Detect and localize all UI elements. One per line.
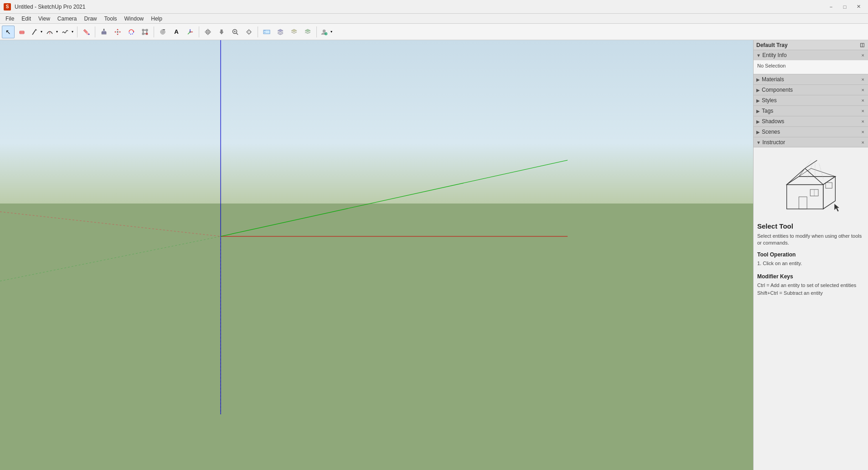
close-button[interactable]: ✕: [852, 2, 864, 11]
pencil-tool-group[interactable]: ▾: [29, 26, 44, 38]
zoom-extents-tool-button[interactable]: [243, 26, 255, 38]
freehand-tool-arrow[interactable]: ▾: [70, 26, 75, 38]
shadows-header-left: ▶ Shadows: [756, 118, 784, 125]
scenes-collapse-icon: ▶: [756, 130, 760, 135]
scenes-label: Scenes: [762, 129, 780, 135]
arc-tool-arrow[interactable]: ▾: [55, 26, 59, 38]
viewport[interactable]: [0, 40, 753, 470]
components-collapse-icon: ▶: [756, 88, 760, 93]
rotate-tool-button[interactable]: [125, 26, 138, 38]
materials-close[interactable]: ×: [861, 77, 865, 82]
scale-tool-button[interactable]: [139, 26, 151, 38]
tray-undock-button[interactable]: ◫: [859, 42, 865, 48]
pencil-tool-arrow[interactable]: ▾: [39, 26, 44, 38]
section-tool-button[interactable]: [260, 26, 273, 38]
tags-close[interactable]: ×: [861, 108, 865, 114]
pan-tool-button[interactable]: [215, 26, 228, 38]
scenes-panel: ▶ Scenes ×: [754, 127, 868, 137]
instructor-panel: ▼ Instructor ×: [754, 137, 868, 470]
styles-close[interactable]: ×: [861, 98, 865, 103]
svg-line-58: [805, 160, 817, 168]
styles-tool-button[interactable]: [288, 26, 300, 38]
styles-label: Styles: [762, 97, 777, 104]
scenes-header-left: ▶ Scenes: [756, 129, 780, 135]
pushpull-tool-button[interactable]: [98, 26, 110, 38]
tags-header[interactable]: ▶ Tags ×: [754, 106, 868, 116]
freehand-tool-group[interactable]: ▾: [60, 26, 75, 38]
paint-bucket-tool-button[interactable]: [80, 26, 93, 38]
menu-help[interactable]: Help: [147, 15, 166, 23]
components-panel: ▶ Components ×: [754, 85, 868, 95]
shadows-close[interactable]: ×: [861, 119, 865, 124]
entity-info-title: Entity Info: [762, 52, 786, 58]
menu-edit[interactable]: Edit: [18, 15, 35, 23]
menu-file[interactable]: File: [2, 15, 18, 23]
maximize-button[interactable]: □: [839, 2, 851, 11]
tray-header: Default Tray ◫: [754, 40, 868, 50]
account-button[interactable]: ✓: [319, 26, 329, 38]
move-tool-button[interactable]: [111, 26, 124, 38]
shadows-header[interactable]: ▶ Shadows ×: [754, 116, 868, 126]
tags-panel: ▶ Tags ×: [754, 106, 868, 116]
account-arrow[interactable]: ▾: [329, 26, 334, 38]
pencil-tool-button[interactable]: [29, 26, 39, 38]
minimize-button[interactable]: −: [825, 2, 837, 11]
select-tool-button[interactable]: ↖: [2, 26, 15, 38]
components-header[interactable]: ▶ Components ×: [754, 85, 868, 95]
svg-rect-19: [142, 33, 144, 35]
title-text: Untitled - SketchUp Pro 2021: [15, 4, 825, 10]
menu-camera[interactable]: Camera: [54, 15, 81, 23]
svg-line-60: [811, 168, 835, 177]
freehand-tool-button[interactable]: [60, 26, 70, 38]
materials-collapse-icon: ▶: [756, 77, 760, 82]
main-area: Default Tray ◫ ▼ Entity Info × No Select…: [0, 40, 868, 470]
instructor-tool-operation-steps: 1. Click on an entity.: [757, 260, 864, 267]
toolbar-separator-3: [154, 26, 154, 37]
instructor-header[interactable]: ▼ Instructor ×: [754, 137, 868, 147]
entity-info-close-button[interactable]: ×: [861, 52, 865, 58]
svg-line-2: [32, 29, 36, 35]
materials-header[interactable]: ▶ Materials ×: [754, 74, 868, 84]
svg-marker-11: [117, 34, 119, 35]
arc-tool-button[interactable]: [45, 26, 55, 38]
styles-collapse-icon: ▶: [756, 98, 760, 103]
zoom-tool-button[interactable]: [229, 26, 242, 38]
axes-tool-button[interactable]: [184, 26, 196, 38]
text-tool-button[interactable]: A: [170, 26, 183, 38]
tags-label: Tags: [762, 108, 773, 114]
instructor-header-left: ▼ Instructor: [756, 139, 785, 146]
instructor-modifier-keys-title: Modifier Keys: [757, 273, 864, 280]
instructor-tool-description: Select entities to modify when using oth…: [757, 233, 864, 247]
components-close[interactable]: ×: [861, 87, 865, 93]
scenes-header[interactable]: ▶ Scenes ×: [754, 127, 868, 137]
entity-info-header[interactable]: ▼ Entity Info ×: [754, 50, 868, 60]
instructor-close[interactable]: ×: [861, 140, 865, 145]
entity-info-status: No Selection: [757, 63, 785, 68]
instructor-collapse-icon: ▼: [756, 140, 761, 145]
menu-window[interactable]: Window: [121, 15, 148, 23]
menu-tools[interactable]: Tools: [101, 15, 121, 23]
svg-point-5: [88, 33, 90, 35]
styles-header[interactable]: ▶ Styles ×: [754, 95, 868, 105]
entity-info-panel: ▼ Entity Info × No Selection: [754, 50, 868, 74]
tray-title: Default Tray: [756, 42, 788, 48]
toolbar-separator-1: [77, 26, 78, 37]
styles-header-left: ▶ Styles: [756, 97, 777, 104]
account-tool-group[interactable]: ✓ ▾: [319, 26, 334, 38]
menu-view[interactable]: View: [35, 15, 54, 23]
scenes-close[interactable]: ×: [861, 129, 865, 135]
svg-rect-6: [102, 32, 106, 34]
entity-info-header-left: ▼ Entity Info: [756, 52, 787, 58]
layers-tool-button[interactable]: [274, 26, 287, 38]
arc-tool-group[interactable]: ▾: [45, 26, 59, 38]
advanced-camera-button[interactable]: [301, 26, 314, 38]
tape-measure-tool-button[interactable]: [156, 26, 169, 38]
menu-draw[interactable]: Draw: [81, 15, 101, 23]
orbit-tool-button[interactable]: [202, 26, 214, 38]
svg-text:✓: ✓: [326, 32, 327, 35]
eraser-tool-button[interactable]: [16, 26, 28, 38]
entity-info-body: No Selection: [754, 60, 868, 74]
instructor-tool-name: Select Tool: [757, 222, 864, 230]
svg-marker-12: [114, 31, 116, 33]
svg-line-50: [0, 212, 221, 236]
